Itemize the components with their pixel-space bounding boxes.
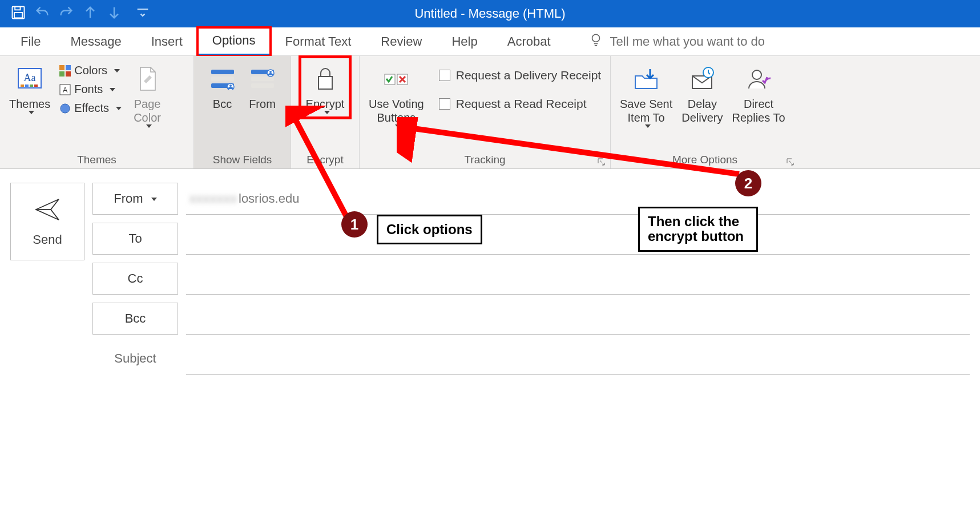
bcc-field-label: Bcc: [125, 311, 146, 326]
page-color-button[interactable]: Page Color: [127, 59, 167, 129]
svg-point-21: [229, 85, 232, 87]
themes-icon: Aa: [16, 63, 43, 95]
tab-review[interactable]: Review: [366, 29, 437, 55]
send-icon: [34, 196, 61, 227]
group-encrypt-label: Encrypt: [297, 151, 353, 166]
bcc-field-button[interactable]: Bcc: [92, 303, 178, 335]
undo-icon[interactable]: [34, 5, 50, 23]
use-voting-button[interactable]: Use Voting Buttons: [365, 59, 428, 129]
themes-label: Themes: [9, 97, 50, 111]
delay-delivery-button[interactable]: Delay Delivery: [678, 59, 726, 126]
tab-options[interactable]: Options: [197, 27, 271, 56]
save-sent-icon: [633, 63, 659, 95]
lock-icon: [314, 63, 337, 95]
to-input[interactable]: [189, 231, 966, 246]
bcc-label: Bcc: [213, 97, 232, 111]
group-encrypt: Encrypt Encrypt: [291, 56, 360, 168]
bcc-button[interactable]: Bcc: [203, 59, 243, 112]
tell-me-placeholder: Tell me what you want to do: [610, 34, 765, 49]
effects-button[interactable]: Effects: [57, 99, 124, 117]
from-selector-button[interactable]: From: [92, 183, 178, 215]
effects-icon: [59, 103, 71, 114]
ribbon-tabs: File Message Insert Options Format Text …: [0, 27, 980, 56]
from-field-icon: [250, 63, 275, 95]
next-item-icon[interactable]: [106, 5, 122, 23]
group-tracking: Use Voting Buttons Request a Delivery Re…: [360, 56, 611, 168]
group-show-fields: Bcc From Show Fields: [194, 56, 291, 168]
to-label: To: [128, 231, 142, 246]
compose-area: Send From To Cc Bcc Subject xxxxxxx losr…: [0, 169, 980, 375]
svg-point-3: [592, 34, 599, 42]
tab-file[interactable]: File: [6, 29, 55, 55]
tab-acrobat[interactable]: Acrobat: [493, 29, 566, 55]
direct-replies-button[interactable]: Direct Replies To: [729, 59, 789, 126]
svg-rect-18: [211, 77, 234, 81]
save-sent-button[interactable]: Save Sent Item To: [616, 59, 676, 129]
delivery-receipt-checkbox[interactable]: Request a Delivery Receipt: [437, 65, 603, 86]
tab-help[interactable]: Help: [437, 29, 492, 55]
delay-label2: Delivery: [681, 111, 723, 124]
svg-rect-12: [59, 71, 64, 77]
direct-replies-icon: [745, 63, 772, 95]
fonts-button[interactable]: A Fonts: [57, 81, 124, 98]
from-button[interactable]: From: [243, 59, 283, 112]
more-options-launcher-icon[interactable]: [787, 156, 796, 165]
tracking-launcher-icon[interactable]: [598, 156, 607, 165]
voting-icon: [382, 63, 410, 95]
from-value-visible: losrios.edu: [239, 191, 299, 206]
group-themes-label: Themes: [6, 151, 188, 166]
group-more-options: Save Sent Item To Delay Delivery Direct …: [611, 56, 799, 168]
svg-point-32: [752, 70, 761, 79]
quick-access-toolbar: [10, 5, 151, 23]
direct-label2: Replies To: [732, 111, 785, 124]
send-button[interactable]: Send: [10, 183, 84, 260]
cc-input[interactable]: [189, 271, 966, 286]
svg-rect-1: [15, 6, 20, 10]
svg-rect-7: [25, 85, 29, 87]
save-sent-label2: Item To: [628, 111, 665, 124]
delivery-receipt-label: Request a Delivery Receipt: [456, 69, 601, 82]
to-button[interactable]: To: [92, 223, 178, 255]
svg-rect-10: [59, 65, 64, 70]
svg-point-26: [269, 71, 272, 73]
tab-insert[interactable]: Insert: [136, 29, 197, 55]
checkbox-icon: [439, 98, 450, 110]
redo-icon[interactable]: [58, 5, 74, 23]
send-label: Send: [33, 232, 62, 247]
tab-format-text[interactable]: Format Text: [271, 29, 366, 55]
colors-button[interactable]: Colors: [57, 62, 124, 79]
bcc-input-row: [186, 303, 970, 335]
themes-button[interactable]: Aa Themes: [6, 59, 54, 115]
read-receipt-checkbox[interactable]: Request a Read Receipt: [437, 94, 603, 114]
qat-customize-icon[interactable]: [135, 5, 151, 23]
from-value-blurred: xxxxxxx: [189, 191, 237, 206]
use-voting-label1: Use Voting: [369, 97, 424, 111]
fonts-label: Fonts: [74, 83, 103, 96]
ribbon: Aa Themes Colors A Fonts: [0, 56, 980, 169]
title-bar: Untitled - Message (HTML): [0, 0, 980, 27]
to-input-row: [186, 223, 970, 255]
save-sent-label1: Save Sent: [620, 97, 672, 111]
group-tracking-label: Tracking: [365, 151, 604, 166]
page-color-label1: Page: [134, 97, 161, 111]
encrypt-button[interactable]: Encrypt: [303, 59, 348, 115]
encrypt-label: Encrypt: [306, 97, 345, 111]
prev-item-icon[interactable]: [82, 5, 98, 23]
group-show-fields-label: Show Fields: [200, 151, 285, 166]
colors-label: Colors: [74, 64, 107, 77]
subject-input[interactable]: [189, 351, 966, 366]
tell-me-search[interactable]: Tell me what you want to do: [588, 33, 765, 51]
save-icon[interactable]: [10, 5, 26, 23]
cc-button[interactable]: Cc: [92, 263, 178, 295]
svg-rect-2: [14, 13, 22, 18]
subject-input-row: [186, 343, 970, 375]
svg-rect-11: [66, 65, 71, 70]
subject-label: Subject: [92, 343, 178, 375]
direct-label1: Direct: [744, 97, 773, 111]
cc-label: Cc: [128, 271, 143, 286]
bcc-input[interactable]: [189, 311, 966, 326]
group-more-options-label: More Options: [616, 151, 793, 166]
tab-message[interactable]: Message: [55, 29, 136, 55]
svg-text:Aa: Aa: [24, 72, 36, 83]
chevron-down-icon: [148, 191, 157, 206]
